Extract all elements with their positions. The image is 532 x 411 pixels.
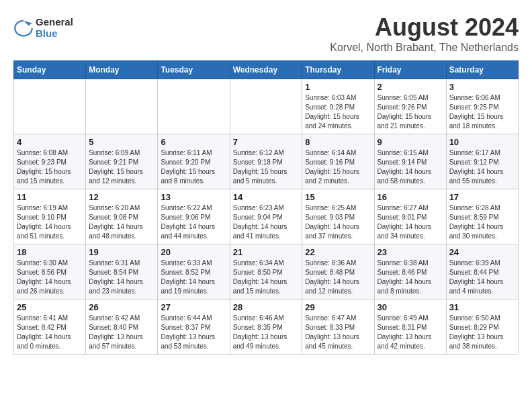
day-number: 23 — [378, 247, 443, 257]
calendar-cell: 15Sunrise: 6:25 AM Sunset: 9:03 PM Dayli… — [302, 189, 374, 244]
day-info: Sunrise: 6:42 AM Sunset: 8:40 PM Dayligh… — [89, 314, 154, 351]
logo-icon — [13, 18, 34, 38]
day-header-wednesday: Wednesday — [230, 61, 302, 79]
day-info: Sunrise: 6:06 AM Sunset: 9:25 PM Dayligh… — [449, 93, 515, 131]
day-info: Sunrise: 6:09 AM Sunset: 9:21 PM Dayligh… — [89, 148, 154, 186]
day-number: 7 — [233, 137, 300, 147]
calendar-cell: 4Sunrise: 6:08 AM Sunset: 9:23 PM Daylig… — [14, 134, 86, 189]
day-number: 18 — [17, 247, 83, 257]
calendar-cell: 9Sunrise: 6:15 AM Sunset: 9:14 PM Daylig… — [374, 134, 446, 189]
day-number: 26 — [89, 302, 154, 312]
calendar-cell: 17Sunrise: 6:28 AM Sunset: 8:59 PM Dayli… — [446, 189, 518, 244]
day-number: 28 — [233, 302, 300, 312]
day-info: Sunrise: 6:14 AM Sunset: 9:16 PM Dayligh… — [305, 148, 371, 186]
calendar-week-0: 1Sunrise: 6:03 AM Sunset: 9:28 PM Daylig… — [14, 79, 519, 134]
logo-general: General — [36, 17, 73, 28]
calendar-cell: 7Sunrise: 6:12 AM Sunset: 9:18 PM Daylig… — [230, 134, 302, 189]
calendar-cell: 29Sunrise: 6:47 AM Sunset: 8:33 PM Dayli… — [302, 300, 374, 355]
calendar-week-2: 11Sunrise: 6:19 AM Sunset: 9:10 PM Dayli… — [14, 189, 519, 244]
day-number: 3 — [449, 82, 515, 92]
header: General Blue August 2024 Korvel, North B… — [13, 13, 519, 54]
day-info: Sunrise: 6:05 AM Sunset: 9:26 PM Dayligh… — [378, 93, 443, 131]
calendar-week-3: 18Sunrise: 6:30 AM Sunset: 8:56 PM Dayli… — [14, 244, 519, 300]
calendar-week-4: 25Sunrise: 6:41 AM Sunset: 8:42 PM Dayli… — [14, 300, 519, 355]
day-info: Sunrise: 6:23 AM Sunset: 9:04 PM Dayligh… — [233, 203, 300, 241]
day-info: Sunrise: 6:25 AM Sunset: 9:03 PM Dayligh… — [305, 203, 371, 241]
day-header-friday: Friday — [374, 61, 446, 79]
day-number: 27 — [161, 302, 226, 312]
calendar-week-1: 4Sunrise: 6:08 AM Sunset: 9:23 PM Daylig… — [14, 134, 519, 189]
day-number: 25 — [17, 302, 83, 312]
day-info: Sunrise: 6:36 AM Sunset: 8:48 PM Dayligh… — [305, 259, 371, 296]
day-info: Sunrise: 6:08 AM Sunset: 9:23 PM Dayligh… — [17, 148, 83, 186]
calendar-cell: 3Sunrise: 6:06 AM Sunset: 9:25 PM Daylig… — [446, 79, 518, 134]
calendar-cell: 24Sunrise: 6:39 AM Sunset: 8:44 PM Dayli… — [446, 244, 518, 300]
day-info: Sunrise: 6:34 AM Sunset: 8:50 PM Dayligh… — [233, 259, 300, 296]
day-number: 16 — [378, 192, 443, 202]
calendar-cell — [230, 79, 302, 134]
day-info: Sunrise: 6:15 AM Sunset: 9:14 PM Dayligh… — [378, 148, 443, 186]
day-header-saturday: Saturday — [446, 61, 518, 79]
calendar-cell: 30Sunrise: 6:49 AM Sunset: 8:31 PM Dayli… — [374, 300, 446, 355]
calendar-cell: 20Sunrise: 6:33 AM Sunset: 8:52 PM Dayli… — [158, 244, 230, 300]
day-number: 12 — [89, 192, 154, 202]
day-info: Sunrise: 6:12 AM Sunset: 9:18 PM Dayligh… — [233, 148, 300, 186]
day-number: 24 — [449, 247, 515, 257]
day-header-tuesday: Tuesday — [158, 61, 230, 79]
location-subtitle: Korvel, North Brabant, The Netherlands — [330, 42, 519, 54]
day-number: 14 — [233, 192, 300, 202]
day-info: Sunrise: 6:27 AM Sunset: 9:01 PM Dayligh… — [378, 203, 443, 241]
days-header-row: SundayMondayTuesdayWednesdayThursdayFrid… — [14, 61, 519, 79]
calendar-cell: 6Sunrise: 6:11 AM Sunset: 9:20 PM Daylig… — [158, 134, 230, 189]
day-number: 19 — [89, 247, 154, 257]
logo: General Blue — [13, 17, 73, 39]
day-header-sunday: Sunday — [14, 61, 86, 79]
day-number: 31 — [449, 302, 515, 312]
day-number: 30 — [378, 302, 443, 312]
calendar-cell: 19Sunrise: 6:31 AM Sunset: 8:54 PM Dayli… — [86, 244, 158, 300]
calendar-cell: 25Sunrise: 6:41 AM Sunset: 8:42 PM Dayli… — [14, 300, 86, 355]
calendar-cell: 28Sunrise: 6:46 AM Sunset: 8:35 PM Dayli… — [230, 300, 302, 355]
day-number: 22 — [305, 247, 371, 257]
day-number: 10 — [449, 137, 515, 147]
calendar-header: SundayMondayTuesdayWednesdayThursdayFrid… — [14, 61, 519, 79]
calendar-table: SundayMondayTuesdayWednesdayThursdayFrid… — [13, 60, 519, 355]
day-number: 9 — [378, 137, 443, 147]
day-info: Sunrise: 6:22 AM Sunset: 9:06 PM Dayligh… — [161, 203, 226, 241]
calendar-cell: 11Sunrise: 6:19 AM Sunset: 9:10 PM Dayli… — [14, 189, 86, 244]
calendar-cell: 31Sunrise: 6:50 AM Sunset: 8:29 PM Dayli… — [446, 300, 518, 355]
day-number: 8 — [305, 137, 371, 147]
day-info: Sunrise: 6:39 AM Sunset: 8:44 PM Dayligh… — [449, 259, 515, 296]
calendar-cell: 16Sunrise: 6:27 AM Sunset: 9:01 PM Dayli… — [374, 189, 446, 244]
day-number: 15 — [305, 192, 371, 202]
day-header-monday: Monday — [86, 61, 158, 79]
day-number: 29 — [305, 302, 371, 312]
day-number: 2 — [378, 82, 443, 92]
day-info: Sunrise: 6:46 AM Sunset: 8:35 PM Dayligh… — [233, 314, 300, 351]
day-info: Sunrise: 6:44 AM Sunset: 8:37 PM Dayligh… — [161, 314, 226, 351]
day-info: Sunrise: 6:30 AM Sunset: 8:56 PM Dayligh… — [17, 259, 83, 296]
calendar-cell: 12Sunrise: 6:20 AM Sunset: 9:08 PM Dayli… — [86, 189, 158, 244]
day-info: Sunrise: 6:28 AM Sunset: 8:59 PM Dayligh… — [449, 203, 515, 241]
day-number: 1 — [305, 82, 371, 92]
calendar-cell: 18Sunrise: 6:30 AM Sunset: 8:56 PM Dayli… — [14, 244, 86, 300]
day-number: 11 — [17, 192, 83, 202]
day-info: Sunrise: 6:38 AM Sunset: 8:46 PM Dayligh… — [378, 259, 443, 296]
calendar-cell: 10Sunrise: 6:17 AM Sunset: 9:12 PM Dayli… — [446, 134, 518, 189]
day-header-thursday: Thursday — [302, 61, 374, 79]
day-info: Sunrise: 6:50 AM Sunset: 8:29 PM Dayligh… — [449, 314, 515, 351]
calendar-cell: 26Sunrise: 6:42 AM Sunset: 8:40 PM Dayli… — [86, 300, 158, 355]
calendar-cell: 13Sunrise: 6:22 AM Sunset: 9:06 PM Dayli… — [158, 189, 230, 244]
day-info: Sunrise: 6:33 AM Sunset: 8:52 PM Dayligh… — [161, 259, 226, 296]
calendar-cell — [14, 79, 86, 134]
title-section: August 2024 Korvel, North Brabant, The N… — [330, 13, 519, 54]
calendar-body: 1Sunrise: 6:03 AM Sunset: 9:28 PM Daylig… — [14, 79, 519, 355]
logo-text: General Blue — [36, 17, 73, 39]
calendar-cell: 27Sunrise: 6:44 AM Sunset: 8:37 PM Dayli… — [158, 300, 230, 355]
day-info: Sunrise: 6:49 AM Sunset: 8:31 PM Dayligh… — [378, 314, 443, 351]
day-info: Sunrise: 6:47 AM Sunset: 8:33 PM Dayligh… — [305, 314, 371, 351]
day-info: Sunrise: 6:17 AM Sunset: 9:12 PM Dayligh… — [449, 148, 515, 186]
day-info: Sunrise: 6:19 AM Sunset: 9:10 PM Dayligh… — [17, 203, 83, 241]
day-number: 20 — [161, 247, 226, 257]
calendar-cell — [86, 79, 158, 134]
